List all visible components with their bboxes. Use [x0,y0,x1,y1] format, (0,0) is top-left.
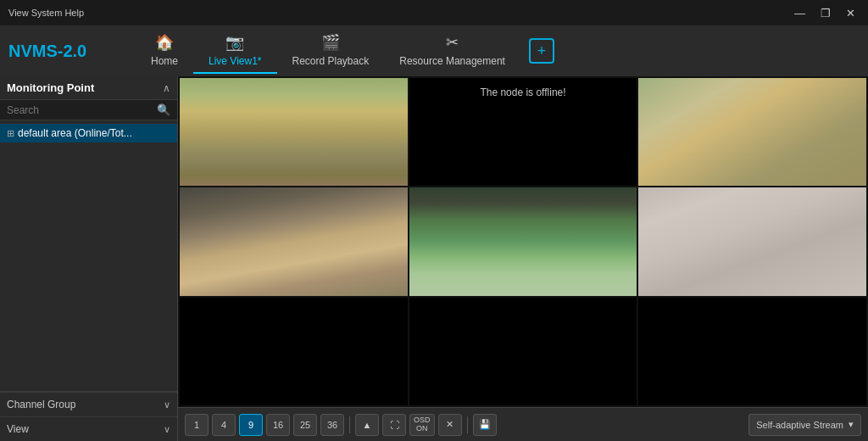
view-item[interactable]: View ∨ [0,416,177,441]
scroll-up-button[interactable]: ▲ [355,414,379,436]
search-input[interactable] [7,104,157,116]
stream-label: Self-adaptive Stream [756,420,843,430]
monitoring-point-label: Monitoring Point [7,81,94,94]
view-label: View [7,423,29,435]
camera-cell-4[interactable] [180,187,408,295]
nav-item-live-view[interactable]: 📷 Live View1* [193,28,276,74]
home-icon: 🏠 [155,33,174,52]
sidebar-search-bar: 🔍 [0,100,177,120]
title-bar-help[interactable]: View System Help [8,8,84,18]
save-layout-button[interactable]: 💾 [473,414,497,436]
nav-item-home[interactable]: 🏠 Home [136,28,193,74]
channel-group-item[interactable]: Channel Group ∨ [0,392,177,416]
nav-item-home-label: Home [151,55,178,67]
tree-item-label: default area (Online/Tot... [18,127,170,139]
add-view-button[interactable]: + [529,38,554,64]
layout-9-button[interactable]: 9 [239,414,263,436]
channel-group-label: Channel Group [7,399,75,410]
logo: NVMS-2.0 [8,42,136,61]
title-bar-controls: — ❐ ✕ [790,5,860,21]
view-chevron: ∨ [164,424,170,435]
camera-cell-5[interactable] [409,187,637,295]
layout-1-button[interactable]: 1 [185,414,209,436]
nav-bar: NVMS-2.0 🏠 Home 📷 Live View1* 🎬 Record P… [0,25,868,76]
expand-icon: ⊞ [7,128,14,139]
nav-item-record-playback[interactable]: 🎬 Record Playback [277,28,385,74]
layout-25-button[interactable]: 25 [293,414,317,436]
title-bar: View System Help — ❐ ✕ [0,0,868,25]
minimize-button[interactable]: — [790,5,810,21]
separator-1 [349,416,350,433]
main-layout: Monitoring Point ∧ 🔍 ⊞ default area (Onl… [0,76,868,441]
camera-cell-6[interactable] [638,187,866,295]
camera-cell-8[interactable] [409,298,637,405]
close-button[interactable]: ✕ [842,5,860,21]
camera-cell-2[interactable]: The node is offline! [409,78,637,186]
toolbar: 1 4 9 16 25 36 ▲ ⛶ OSDON ✕ 💾 Self-adapti… [178,407,868,441]
channel-group-chevron: ∨ [164,399,170,410]
layout-16-button[interactable]: 16 [266,414,290,436]
camera-grid: The node is offline! [178,76,868,407]
nav-item-resource-mgmt-label: Resource Management [399,55,505,67]
sidebar-tree: ⊞ default area (Online/Tot... [0,120,177,391]
fullscreen-button[interactable]: ⛶ [382,414,406,436]
monitoring-point-section: Monitoring Point ∧ [0,76,177,100]
resource-icon: ✂ [446,33,459,52]
nav-item-live-view-label: Live View1* [209,55,261,67]
layout-4-button[interactable]: 4 [212,414,236,436]
camera-cell-3[interactable] [638,78,866,186]
camera-cell-7[interactable] [180,298,408,405]
record-icon: 🎬 [321,33,340,52]
sidebar-bottom: Channel Group ∨ View ∨ [0,391,177,441]
dropdown-chevron-icon: ▾ [849,419,854,430]
offline-message: The node is offline! [480,87,565,98]
search-icon: 🔍 [157,103,170,116]
nav-item-resource-mgmt[interactable]: ✂ Resource Management [384,28,520,74]
maximize-button[interactable]: ❐ [816,5,835,21]
close-all-button[interactable]: ✕ [438,414,462,436]
camera-cell-1[interactable] [180,78,408,186]
osd-button[interactable]: OSDON [409,414,435,436]
nav-items: 🏠 Home 📷 Live View1* 🎬 Record Playback ✂… [136,28,860,74]
stream-dropdown[interactable]: Self-adaptive Stream ▾ [748,414,861,436]
sidebar: Monitoring Point ∧ 🔍 ⊞ default area (Onl… [0,76,178,441]
camera-icon: 📷 [225,33,244,52]
separator-2 [467,416,468,433]
tree-item-default-area[interactable]: ⊞ default area (Online/Tot... [0,124,177,142]
nav-item-record-playback-label: Record Playback [292,55,370,67]
content-area: The node is offline! [178,76,868,441]
monitoring-point-toggle[interactable]: ∧ [163,82,170,94]
layout-36-button[interactable]: 36 [320,414,344,436]
camera-cell-9[interactable] [638,298,866,405]
